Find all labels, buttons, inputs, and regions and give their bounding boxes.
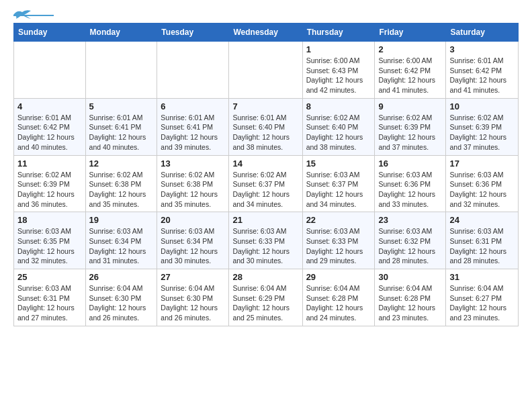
day-info: Sunrise: 6:01 AM Sunset: 6:42 PM Dayligh… bbox=[449, 56, 515, 95]
day-cell bbox=[229, 42, 302, 99]
day-cell: 25Sunrise: 6:03 AM Sunset: 6:31 PM Dayli… bbox=[14, 269, 86, 326]
day-number: 31 bbox=[449, 272, 515, 282]
calendar-body: 1Sunrise: 6:00 AM Sunset: 6:43 PM Daylig… bbox=[14, 42, 519, 326]
day-number: 25 bbox=[17, 272, 82, 282]
day-info: Sunrise: 6:04 AM Sunset: 6:29 PM Dayligh… bbox=[232, 283, 298, 323]
weekday-header-row: SundayMondayTuesdayWednesdayThursdayFrid… bbox=[14, 24, 519, 42]
day-info: Sunrise: 6:01 AM Sunset: 6:40 PM Dayligh… bbox=[232, 113, 298, 152]
day-number: 6 bbox=[161, 101, 225, 111]
day-number: 23 bbox=[378, 215, 442, 225]
day-cell: 4Sunrise: 6:01 AM Sunset: 6:42 PM Daylig… bbox=[14, 98, 86, 155]
day-number: 28 bbox=[232, 272, 298, 282]
day-number: 7 bbox=[232, 101, 298, 111]
week-row-3: 11Sunrise: 6:02 AM Sunset: 6:39 PM Dayli… bbox=[14, 155, 519, 212]
day-cell: 19Sunrise: 6:03 AM Sunset: 6:34 PM Dayli… bbox=[85, 212, 157, 269]
day-number: 5 bbox=[89, 101, 154, 111]
day-number: 24 bbox=[449, 215, 515, 225]
day-cell: 8Sunrise: 6:02 AM Sunset: 6:40 PM Daylig… bbox=[302, 98, 375, 155]
day-info: Sunrise: 6:03 AM Sunset: 6:33 PM Dayligh… bbox=[232, 226, 298, 266]
day-info: Sunrise: 6:02 AM Sunset: 6:39 PM Dayligh… bbox=[378, 113, 442, 152]
day-info: Sunrise: 6:03 AM Sunset: 6:34 PM Dayligh… bbox=[89, 226, 154, 266]
day-cell: 21Sunrise: 6:03 AM Sunset: 6:33 PM Dayli… bbox=[229, 212, 302, 269]
day-info: Sunrise: 6:02 AM Sunset: 6:39 PM Dayligh… bbox=[17, 170, 82, 210]
day-number: 19 bbox=[89, 215, 154, 225]
day-info: Sunrise: 6:00 AM Sunset: 6:43 PM Dayligh… bbox=[306, 56, 371, 95]
day-cell: 5Sunrise: 6:01 AM Sunset: 6:41 PM Daylig… bbox=[85, 98, 157, 155]
day-info: Sunrise: 6:03 AM Sunset: 6:35 PM Dayligh… bbox=[17, 226, 82, 266]
day-info: Sunrise: 6:00 AM Sunset: 6:42 PM Dayligh… bbox=[378, 56, 442, 95]
day-number: 12 bbox=[89, 158, 154, 169]
day-number: 14 bbox=[232, 158, 298, 169]
day-cell bbox=[14, 42, 86, 99]
day-cell: 11Sunrise: 6:02 AM Sunset: 6:39 PM Dayli… bbox=[14, 155, 86, 212]
week-row-4: 18Sunrise: 6:03 AM Sunset: 6:35 PM Dayli… bbox=[14, 212, 519, 269]
day-number: 10 bbox=[449, 101, 515, 111]
day-info: Sunrise: 6:03 AM Sunset: 6:32 PM Dayligh… bbox=[378, 226, 442, 266]
day-number: 3 bbox=[449, 44, 515, 54]
day-cell: 27Sunrise: 6:04 AM Sunset: 6:30 PM Dayli… bbox=[157, 269, 229, 326]
week-row-2: 4Sunrise: 6:01 AM Sunset: 6:42 PM Daylig… bbox=[14, 98, 519, 155]
day-cell bbox=[157, 42, 229, 99]
weekday-header-friday: Friday bbox=[375, 24, 446, 42]
weekday-header-monday: Monday bbox=[85, 24, 157, 42]
day-cell: 14Sunrise: 6:02 AM Sunset: 6:37 PM Dayli… bbox=[229, 155, 302, 212]
day-info: Sunrise: 6:03 AM Sunset: 6:37 PM Dayligh… bbox=[306, 170, 371, 210]
day-info: Sunrise: 6:01 AM Sunset: 6:41 PM Dayligh… bbox=[161, 113, 225, 152]
day-info: Sunrise: 6:03 AM Sunset: 6:36 PM Dayligh… bbox=[378, 170, 442, 210]
day-cell: 13Sunrise: 6:02 AM Sunset: 6:38 PM Dayli… bbox=[157, 155, 229, 212]
week-row-1: 1Sunrise: 6:00 AM Sunset: 6:43 PM Daylig… bbox=[14, 42, 519, 99]
day-info: Sunrise: 6:04 AM Sunset: 6:30 PM Dayligh… bbox=[161, 283, 225, 323]
day-cell: 10Sunrise: 6:02 AM Sunset: 6:39 PM Dayli… bbox=[446, 98, 519, 155]
day-number: 18 bbox=[17, 215, 82, 225]
day-number: 21 bbox=[232, 215, 298, 225]
day-cell: 16Sunrise: 6:03 AM Sunset: 6:36 PM Dayli… bbox=[375, 155, 446, 212]
day-cell: 12Sunrise: 6:02 AM Sunset: 6:38 PM Dayli… bbox=[85, 155, 157, 212]
day-cell: 30Sunrise: 6:04 AM Sunset: 6:28 PM Dayli… bbox=[375, 269, 446, 326]
day-info: Sunrise: 6:03 AM Sunset: 6:34 PM Dayligh… bbox=[161, 226, 225, 266]
day-cell: 3Sunrise: 6:01 AM Sunset: 6:42 PM Daylig… bbox=[446, 42, 519, 99]
day-cell: 6Sunrise: 6:01 AM Sunset: 6:41 PM Daylig… bbox=[157, 98, 229, 155]
day-number: 9 bbox=[378, 101, 442, 111]
day-info: Sunrise: 6:01 AM Sunset: 6:42 PM Dayligh… bbox=[17, 113, 82, 152]
header bbox=[13, 13, 519, 16]
day-cell: 28Sunrise: 6:04 AM Sunset: 6:29 PM Dayli… bbox=[229, 269, 302, 326]
day-info: Sunrise: 6:02 AM Sunset: 6:37 PM Dayligh… bbox=[232, 170, 298, 210]
day-info: Sunrise: 6:02 AM Sunset: 6:40 PM Dayligh… bbox=[306, 113, 371, 152]
day-cell: 23Sunrise: 6:03 AM Sunset: 6:32 PM Dayli… bbox=[375, 212, 446, 269]
day-cell: 9Sunrise: 6:02 AM Sunset: 6:39 PM Daylig… bbox=[375, 98, 446, 155]
day-number: 30 bbox=[378, 272, 442, 282]
day-number: 17 bbox=[449, 158, 515, 169]
day-info: Sunrise: 6:03 AM Sunset: 6:36 PM Dayligh… bbox=[449, 170, 515, 210]
day-info: Sunrise: 6:04 AM Sunset: 6:28 PM Dayligh… bbox=[306, 283, 371, 323]
day-cell: 2Sunrise: 6:00 AM Sunset: 6:42 PM Daylig… bbox=[375, 42, 446, 99]
day-cell: 31Sunrise: 6:04 AM Sunset: 6:27 PM Dayli… bbox=[446, 269, 519, 326]
weekday-header-saturday: Saturday bbox=[446, 24, 519, 42]
day-info: Sunrise: 6:04 AM Sunset: 6:28 PM Dayligh… bbox=[378, 283, 442, 323]
day-number: 13 bbox=[161, 158, 225, 169]
day-cell: 15Sunrise: 6:03 AM Sunset: 6:37 PM Dayli… bbox=[302, 155, 375, 212]
day-info: Sunrise: 6:04 AM Sunset: 6:30 PM Dayligh… bbox=[89, 283, 154, 323]
weekday-header-wednesday: Wednesday bbox=[229, 24, 302, 42]
day-cell: 22Sunrise: 6:03 AM Sunset: 6:33 PM Dayli… bbox=[302, 212, 375, 269]
day-cell bbox=[85, 42, 157, 99]
day-cell: 20Sunrise: 6:03 AM Sunset: 6:34 PM Dayli… bbox=[157, 212, 229, 269]
week-row-5: 25Sunrise: 6:03 AM Sunset: 6:31 PM Dayli… bbox=[14, 269, 519, 326]
day-info: Sunrise: 6:02 AM Sunset: 6:38 PM Dayligh… bbox=[161, 170, 225, 210]
day-info: Sunrise: 6:03 AM Sunset: 6:31 PM Dayligh… bbox=[17, 283, 82, 323]
logo-bird-icon bbox=[12, 8, 32, 21]
day-info: Sunrise: 6:02 AM Sunset: 6:38 PM Dayligh… bbox=[89, 170, 154, 210]
day-cell: 1Sunrise: 6:00 AM Sunset: 6:43 PM Daylig… bbox=[302, 42, 375, 99]
day-info: Sunrise: 6:03 AM Sunset: 6:33 PM Dayligh… bbox=[306, 226, 371, 266]
day-number: 22 bbox=[306, 215, 371, 225]
day-cell: 18Sunrise: 6:03 AM Sunset: 6:35 PM Dayli… bbox=[14, 212, 86, 269]
day-info: Sunrise: 6:01 AM Sunset: 6:41 PM Dayligh… bbox=[89, 113, 154, 152]
day-number: 8 bbox=[306, 101, 371, 111]
day-number: 20 bbox=[161, 215, 225, 225]
day-number: 4 bbox=[17, 101, 82, 111]
day-number: 27 bbox=[161, 272, 225, 282]
day-number: 29 bbox=[306, 272, 371, 282]
weekday-header-thursday: Thursday bbox=[302, 24, 375, 42]
day-number: 2 bbox=[378, 44, 442, 54]
day-info: Sunrise: 6:02 AM Sunset: 6:39 PM Dayligh… bbox=[449, 113, 515, 152]
day-info: Sunrise: 6:04 AM Sunset: 6:27 PM Dayligh… bbox=[449, 283, 515, 323]
